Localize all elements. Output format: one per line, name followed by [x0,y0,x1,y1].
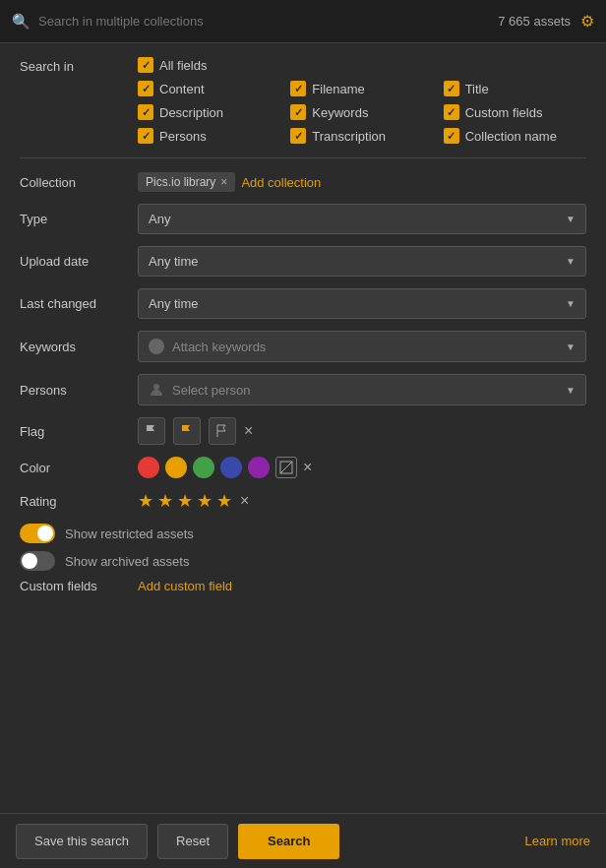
search-in-checkboxes: All fields Content Filename Title Descri… [138,57,586,144]
color-control: × [138,457,586,478]
color-green[interactable] [193,457,214,478]
color-none-icon [279,461,293,474]
search-button[interactable]: Search [238,824,339,859]
checkbox-custom-fields-box[interactable] [444,104,459,120]
flag-label: Flag [20,424,138,439]
search-in-section: Search in All fields Content Filename Ti… [20,57,586,144]
checkbox-filename-box[interactable] [290,81,306,96]
type-label: Type [20,212,138,226]
upload-date-row: Upload date Any time ▼ [20,246,586,277]
person-icon [149,382,164,398]
flag-clear-button[interactable]: × [244,422,253,440]
add-collection-button[interactable]: Add collection [241,175,321,190]
checkbox-keywords-box[interactable] [290,104,306,120]
checkbox-description-box[interactable] [138,104,153,120]
svg-line-2 [280,462,292,473]
checkbox-keywords[interactable]: Keywords [290,104,433,120]
persons-dropdown[interactable]: Select person ▼ [138,374,586,405]
checkbox-content-box[interactable] [138,81,153,96]
search-input[interactable] [38,14,498,29]
person-placeholder-text: Select person [172,383,251,398]
color-blue[interactable] [220,457,242,478]
checkbox-collection-name[interactable]: Collection name [444,128,586,144]
checkbox-title[interactable]: Title [444,81,586,96]
checkbox-all-fields-box[interactable] [138,57,153,73]
checkbox-all-fields-label: All fields [159,58,207,73]
toggle-archived[interactable] [20,551,55,571]
filter-icon[interactable]: ⚙ [580,12,594,31]
upload-date-label: Upload date [20,254,138,269]
type-control: Any ▼ [138,204,586,234]
checkbox-title-label: Title [465,82,489,96]
color-none[interactable] [275,457,297,478]
collection-tag-picsio[interactable]: Pics.io library × [138,172,235,192]
color-purple[interactable] [248,457,270,478]
checkbox-transcription[interactable]: Transcription [290,128,433,144]
star-1[interactable]: ★ [138,490,153,512]
custom-fields-control: Add custom field [138,579,586,593]
star-3[interactable]: ★ [177,490,193,512]
search-bar: 🔍 7 665 assets ⚙ [0,0,606,43]
toggle-restricted-knob [37,526,53,541]
search-in-label: Search in [20,57,138,74]
collection-label: Collection [20,175,138,190]
checkbox-collection-name-box[interactable] [444,128,459,144]
toggle-restricted-label: Show restricted assets [65,527,194,541]
learn-more-button[interactable]: Learn more [525,834,590,848]
checkbox-all-fields[interactable]: All fields [138,57,586,73]
toggle-restricted-row: Show restricted assets [20,524,586,543]
toggle-archived-knob [22,553,37,569]
checkbox-description[interactable]: Description [138,104,280,120]
keywords-row: Keywords Attach keywords ▼ [20,331,586,362]
upload-date-arrow: ▼ [566,256,576,267]
rating-clear-button[interactable]: × [240,492,249,510]
flag-btn-3[interactable] [209,417,236,445]
rating-label: Rating [20,494,138,509]
upload-date-value: Any time [149,254,199,269]
checkbox-transcription-box[interactable] [290,128,306,144]
star-5[interactable]: ★ [216,490,232,512]
color-red[interactable] [138,457,159,478]
checkbox-keywords-label: Keywords [312,105,368,120]
keywords-placeholder: Attach keywords [149,339,266,354]
color-clear-button[interactable]: × [303,459,312,476]
keywords-dropdown[interactable]: Attach keywords ▼ [138,331,586,362]
color-orange[interactable] [165,457,187,478]
last-changed-dropdown[interactable]: Any time ▼ [138,288,586,319]
type-dropdown-arrow: ▼ [566,214,576,224]
color-options: × [138,457,586,478]
persons-label: Persons [20,383,138,398]
footer: Save this search Reset Search Learn more [0,813,606,868]
checkbox-content[interactable]: Content [138,81,280,96]
star-2[interactable]: ★ [157,490,173,512]
star-4[interactable]: ★ [197,490,212,512]
search-icon: 🔍 [12,13,30,31]
checkbox-collection-name-label: Collection name [465,129,557,144]
reset-button[interactable]: Reset [157,824,228,859]
collection-tags: Pics.io library × Add collection [138,172,586,192]
flag-icon-1 [145,424,158,438]
type-dropdown[interactable]: Any ▼ [138,204,586,234]
color-label: Color [20,461,138,475]
checkbox-persons-box[interactable] [138,128,153,144]
collection-control: Pics.io library × Add collection [138,172,586,192]
custom-fields-label: Custom fields [20,579,138,593]
flag-btn-2[interactable] [173,417,201,445]
upload-date-control: Any time ▼ [138,246,586,277]
toggle-restricted[interactable] [20,524,55,543]
custom-fields-row: Custom fields Add custom field [20,579,586,593]
checkbox-title-box[interactable] [444,81,459,96]
rating-options: ★ ★ ★ ★ ★ × [138,490,586,512]
checkbox-filename[interactable]: Filename [290,81,433,96]
collection-tag-close[interactable]: × [220,175,227,189]
asset-count: 7 665 assets [498,14,571,29]
checkbox-content-label: Content [159,82,205,96]
save-search-button[interactable]: Save this search [16,824,148,859]
keywords-label: Keywords [20,340,138,354]
upload-date-dropdown[interactable]: Any time ▼ [138,246,586,277]
checkbox-custom-fields[interactable]: Custom fields [444,104,586,120]
checkbox-persons[interactable]: Persons [138,128,280,144]
rating-row: Rating ★ ★ ★ ★ ★ × [20,490,586,512]
flag-btn-1[interactable] [138,417,165,445]
add-custom-field-button[interactable]: Add custom field [138,579,232,593]
